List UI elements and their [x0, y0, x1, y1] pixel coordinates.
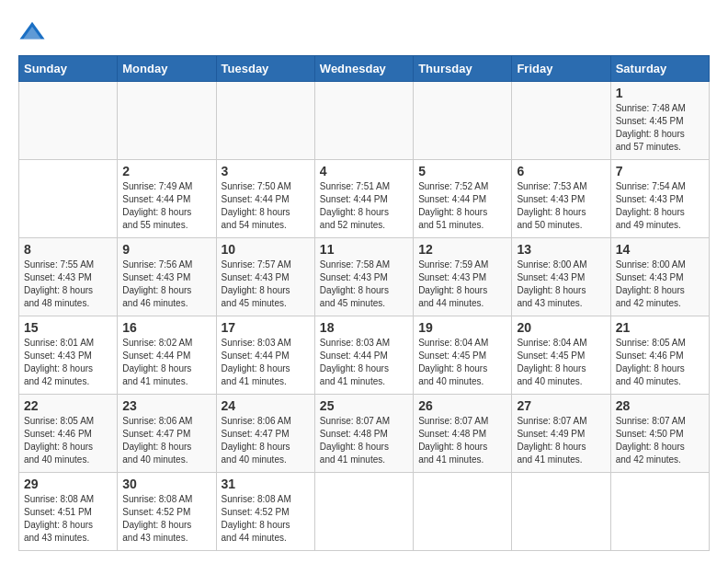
day-number: 5	[418, 164, 506, 178]
calendar-cell: 27Sunrise: 8:07 AMSunset: 4:49 PMDayligh…	[512, 395, 610, 473]
header-cell-wednesday: Wednesday	[314, 56, 413, 82]
day-info: Sunrise: 7:50 AMSunset: 4:44 PMDaylight:…	[222, 180, 310, 232]
day-info: Sunrise: 8:07 AMSunset: 4:49 PMDaylight:…	[517, 415, 605, 466]
day-number: 18	[320, 320, 408, 335]
calendar-cell: 14Sunrise: 8:00 AMSunset: 4:43 PMDayligh…	[610, 238, 709, 316]
day-info: Sunrise: 8:07 AMSunset: 4:50 PMDaylight:…	[616, 415, 704, 466]
day-info: Sunrise: 8:01 AMSunset: 4:43 PMDaylight:…	[24, 337, 112, 388]
header-row: SundayMondayTuesdayWednesdayThursdayFrid…	[19, 56, 710, 82]
header-cell-tuesday: Tuesday	[216, 56, 314, 82]
day-number: 30	[122, 477, 210, 491]
day-number: 24	[222, 398, 310, 413]
day-info: Sunrise: 8:05 AMSunset: 4:46 PMDaylight:…	[24, 415, 112, 466]
calendar-cell	[512, 82, 610, 160]
calendar-cell-empty	[19, 160, 118, 238]
day-info: Sunrise: 7:52 AMSunset: 4:44 PMDaylight:…	[418, 180, 506, 232]
calendar-cell: 2Sunrise: 7:49 AMSunset: 4:44 PMDaylight…	[118, 160, 216, 238]
calendar-row: 15Sunrise: 8:01 AMSunset: 4:43 PMDayligh…	[19, 316, 710, 395]
day-number: 11	[320, 242, 408, 257]
day-number: 20	[517, 320, 605, 335]
calendar-cell: 31Sunrise: 8:08 AMSunset: 4:52 PMDayligh…	[216, 473, 314, 551]
day-number: 31	[222, 477, 310, 491]
calendar-cell: 20Sunrise: 8:04 AMSunset: 4:45 PMDayligh…	[512, 316, 610, 395]
calendar-cell: 28Sunrise: 8:07 AMSunset: 4:50 PMDayligh…	[610, 395, 709, 473]
calendar-table: SundayMondayTuesdayWednesdayThursdayFrid…	[18, 55, 710, 551]
day-info: Sunrise: 8:03 AMSunset: 4:44 PMDaylight:…	[222, 337, 310, 388]
day-number: 3	[222, 164, 310, 178]
calendar-row: 29Sunrise: 8:08 AMSunset: 4:51 PMDayligh…	[19, 473, 710, 551]
calendar-cell: 25Sunrise: 8:07 AMSunset: 4:48 PMDayligh…	[314, 395, 413, 473]
day-number: 4	[320, 164, 408, 178]
page-header	[18, 18, 710, 46]
calendar-cell	[314, 82, 413, 160]
day-number: 28	[616, 398, 704, 413]
day-info: Sunrise: 7:56 AMSunset: 4:43 PMDaylight:…	[122, 259, 210, 310]
day-info: Sunrise: 8:03 AMSunset: 4:44 PMDaylight:…	[320, 337, 408, 388]
calendar-row: 22Sunrise: 8:05 AMSunset: 4:46 PMDayligh…	[19, 395, 710, 473]
calendar-cell: 21Sunrise: 8:05 AMSunset: 4:46 PMDayligh…	[610, 316, 709, 395]
calendar-row: 2Sunrise: 7:49 AMSunset: 4:44 PMDaylight…	[19, 160, 710, 238]
day-info: Sunrise: 8:04 AMSunset: 4:45 PMDaylight:…	[418, 337, 506, 388]
calendar-cell	[414, 82, 512, 160]
day-number: 8	[24, 242, 112, 257]
calendar-cell: 17Sunrise: 8:03 AMSunset: 4:44 PMDayligh…	[216, 316, 314, 395]
day-number: 22	[24, 398, 112, 413]
calendar-cell: 13Sunrise: 8:00 AMSunset: 4:43 PMDayligh…	[512, 238, 610, 316]
day-number: 19	[418, 320, 506, 335]
day-number: 25	[320, 398, 408, 413]
day-info: Sunrise: 8:07 AMSunset: 4:48 PMDaylight:…	[418, 415, 506, 466]
day-number: 23	[122, 398, 210, 413]
day-info: Sunrise: 8:02 AMSunset: 4:44 PMDaylight:…	[122, 337, 210, 388]
calendar-header: SundayMondayTuesdayWednesdayThursdayFrid…	[19, 56, 710, 82]
day-info: Sunrise: 7:57 AMSunset: 4:43 PMDaylight:…	[222, 259, 310, 310]
day-number: 21	[616, 320, 704, 335]
day-number: 16	[122, 320, 210, 335]
calendar-cell: 18Sunrise: 8:03 AMSunset: 4:44 PMDayligh…	[314, 316, 413, 395]
day-number: 27	[517, 398, 605, 413]
day-number: 7	[616, 164, 704, 178]
logo-icon	[18, 18, 46, 46]
header-cell-saturday: Saturday	[610, 56, 709, 82]
calendar-body: 1Sunrise: 7:48 AMSunset: 4:45 PMDaylight…	[19, 82, 710, 551]
day-number: 29	[24, 477, 112, 491]
calendar-cell: 9Sunrise: 7:56 AMSunset: 4:43 PMDaylight…	[118, 238, 216, 316]
calendar-cell: 30Sunrise: 8:08 AMSunset: 4:52 PMDayligh…	[118, 473, 216, 551]
calendar-cell: 23Sunrise: 8:06 AMSunset: 4:47 PMDayligh…	[118, 395, 216, 473]
calendar-cell: 26Sunrise: 8:07 AMSunset: 4:48 PMDayligh…	[414, 395, 512, 473]
day-info: Sunrise: 7:51 AMSunset: 4:44 PMDaylight:…	[320, 180, 408, 232]
calendar-cell	[512, 473, 610, 551]
calendar-cell: 11Sunrise: 7:58 AMSunset: 4:43 PMDayligh…	[314, 238, 413, 316]
day-info: Sunrise: 8:06 AMSunset: 4:47 PMDaylight:…	[222, 415, 310, 466]
day-number: 2	[122, 164, 210, 178]
day-number: 9	[122, 242, 210, 257]
header-cell-monday: Monday	[118, 56, 216, 82]
day-info: Sunrise: 8:00 AMSunset: 4:43 PMDaylight:…	[517, 259, 605, 310]
calendar-cell	[414, 473, 512, 551]
calendar-cell	[19, 82, 118, 160]
calendar-row: 1Sunrise: 7:48 AMSunset: 4:45 PMDaylight…	[19, 82, 710, 160]
calendar-cell: 24Sunrise: 8:06 AMSunset: 4:47 PMDayligh…	[216, 395, 314, 473]
calendar-cell: 22Sunrise: 8:05 AMSunset: 4:46 PMDayligh…	[19, 395, 118, 473]
calendar-cell: 6Sunrise: 7:53 AMSunset: 4:43 PMDaylight…	[512, 160, 610, 238]
day-number: 17	[222, 320, 310, 335]
logo	[18, 18, 50, 46]
day-number: 6	[517, 164, 605, 178]
calendar-cell	[118, 82, 216, 160]
day-number: 12	[418, 242, 506, 257]
calendar-cell: 15Sunrise: 8:01 AMSunset: 4:43 PMDayligh…	[19, 316, 118, 395]
day-info: Sunrise: 8:00 AMSunset: 4:43 PMDaylight:…	[616, 259, 704, 310]
calendar-row: 8Sunrise: 7:55 AMSunset: 4:43 PMDaylight…	[19, 238, 710, 316]
calendar-cell: 12Sunrise: 7:59 AMSunset: 4:43 PMDayligh…	[414, 238, 512, 316]
calendar-cell	[216, 82, 314, 160]
day-number: 13	[517, 242, 605, 257]
calendar-cell: 19Sunrise: 8:04 AMSunset: 4:45 PMDayligh…	[414, 316, 512, 395]
day-number: 14	[616, 242, 704, 257]
day-info: Sunrise: 7:55 AMSunset: 4:43 PMDaylight:…	[24, 259, 112, 310]
day-info: Sunrise: 7:49 AMSunset: 4:44 PMDaylight:…	[122, 180, 210, 232]
day-info: Sunrise: 7:58 AMSunset: 4:43 PMDaylight:…	[320, 259, 408, 310]
calendar-cell	[610, 473, 709, 551]
day-info: Sunrise: 8:06 AMSunset: 4:47 PMDaylight:…	[122, 415, 210, 466]
calendar-cell: 8Sunrise: 7:55 AMSunset: 4:43 PMDaylight…	[19, 238, 118, 316]
day-info: Sunrise: 8:08 AMSunset: 4:52 PMDaylight:…	[222, 493, 310, 545]
day-info: Sunrise: 7:48 AMSunset: 4:45 PMDaylight:…	[616, 102, 704, 154]
